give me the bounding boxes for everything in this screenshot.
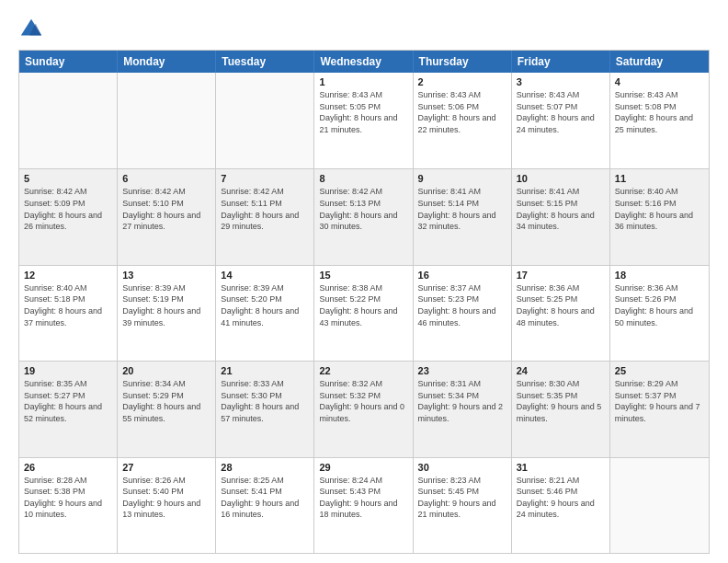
calendar-row: 5Sunrise: 8:42 AM Sunset: 5:09 PM Daylig… xyxy=(19,168,709,264)
header-day: Sunday xyxy=(19,51,118,73)
calendar-cell: 25Sunrise: 8:29 AM Sunset: 5:37 PM Dayli… xyxy=(610,362,709,456)
day-info: Sunrise: 8:43 AM Sunset: 5:07 PM Dayligh… xyxy=(517,89,605,135)
calendar-cell xyxy=(19,73,118,168)
day-info: Sunrise: 8:33 AM Sunset: 5:30 PM Dayligh… xyxy=(221,378,309,424)
day-number: 31 xyxy=(517,462,605,473)
day-info: Sunrise: 8:31 AM Sunset: 5:34 PM Dayligh… xyxy=(418,378,506,424)
day-number: 6 xyxy=(122,173,210,184)
calendar-cell: 14Sunrise: 8:39 AM Sunset: 5:20 PM Dayli… xyxy=(216,266,314,361)
calendar-cell: 30Sunrise: 8:23 AM Sunset: 5:45 PM Dayli… xyxy=(414,458,512,553)
calendar-cell: 16Sunrise: 8:37 AM Sunset: 5:23 PM Dayli… xyxy=(414,266,512,361)
calendar-cell xyxy=(610,458,709,553)
day-info: Sunrise: 8:43 AM Sunset: 5:06 PM Dayligh… xyxy=(418,89,506,135)
day-info: Sunrise: 8:38 AM Sunset: 5:22 PM Dayligh… xyxy=(319,282,407,328)
day-number: 19 xyxy=(24,365,112,376)
header-day: Friday xyxy=(512,51,610,73)
calendar-cell: 26Sunrise: 8:28 AM Sunset: 5:38 PM Dayli… xyxy=(19,458,118,553)
day-info: Sunrise: 8:21 AM Sunset: 5:46 PM Dayligh… xyxy=(517,475,605,521)
day-number: 21 xyxy=(221,365,309,376)
calendar-cell: 4Sunrise: 8:43 AM Sunset: 5:08 PM Daylig… xyxy=(610,73,709,168)
day-number: 4 xyxy=(615,76,704,87)
day-number: 17 xyxy=(517,270,605,281)
calendar-cell: 19Sunrise: 8:35 AM Sunset: 5:27 PM Dayli… xyxy=(19,362,118,456)
day-number: 28 xyxy=(221,462,309,473)
calendar-cell: 11Sunrise: 8:40 AM Sunset: 5:16 PM Dayli… xyxy=(610,169,709,264)
calendar-row: 1Sunrise: 8:43 AM Sunset: 5:05 PM Daylig… xyxy=(19,73,709,168)
calendar-cell: 18Sunrise: 8:36 AM Sunset: 5:26 PM Dayli… xyxy=(610,266,709,361)
day-number: 23 xyxy=(418,365,506,376)
day-number: 1 xyxy=(319,76,407,87)
calendar-cell: 15Sunrise: 8:38 AM Sunset: 5:22 PM Dayli… xyxy=(314,266,413,361)
day-info: Sunrise: 8:42 AM Sunset: 5:10 PM Dayligh… xyxy=(122,186,210,232)
day-number: 13 xyxy=(122,270,210,281)
calendar-row: 26Sunrise: 8:28 AM Sunset: 5:38 PM Dayli… xyxy=(19,457,709,553)
day-info: Sunrise: 8:42 AM Sunset: 5:11 PM Dayligh… xyxy=(221,186,309,232)
calendar-cell: 27Sunrise: 8:26 AM Sunset: 5:40 PM Dayli… xyxy=(118,458,216,553)
calendar-cell: 10Sunrise: 8:41 AM Sunset: 5:15 PM Dayli… xyxy=(512,169,610,264)
day-number: 5 xyxy=(24,173,112,184)
calendar-cell: 1Sunrise: 8:43 AM Sunset: 5:05 PM Daylig… xyxy=(314,73,413,168)
day-info: Sunrise: 8:36 AM Sunset: 5:26 PM Dayligh… xyxy=(615,282,704,328)
day-number: 27 xyxy=(122,462,210,473)
day-number: 12 xyxy=(24,270,112,281)
day-number: 7 xyxy=(221,173,309,184)
header-day: Thursday xyxy=(414,51,512,73)
day-number: 30 xyxy=(418,462,506,473)
calendar-cell: 20Sunrise: 8:34 AM Sunset: 5:29 PM Dayli… xyxy=(118,362,216,456)
day-number: 10 xyxy=(517,173,605,184)
day-info: Sunrise: 8:40 AM Sunset: 5:16 PM Dayligh… xyxy=(615,186,704,232)
calendar-cell: 3Sunrise: 8:43 AM Sunset: 5:07 PM Daylig… xyxy=(512,73,610,168)
day-number: 18 xyxy=(615,270,704,281)
day-info: Sunrise: 8:42 AM Sunset: 5:13 PM Dayligh… xyxy=(319,186,407,232)
day-info: Sunrise: 8:39 AM Sunset: 5:19 PM Dayligh… xyxy=(122,282,210,328)
day-number: 22 xyxy=(319,365,407,376)
header-day: Wednesday xyxy=(314,51,413,73)
calendar-cell: 29Sunrise: 8:24 AM Sunset: 5:43 PM Dayli… xyxy=(314,458,413,553)
header-day: Monday xyxy=(118,51,216,73)
day-info: Sunrise: 8:35 AM Sunset: 5:27 PM Dayligh… xyxy=(24,378,112,424)
calendar-cell: 13Sunrise: 8:39 AM Sunset: 5:19 PM Dayli… xyxy=(118,266,216,361)
day-info: Sunrise: 8:40 AM Sunset: 5:18 PM Dayligh… xyxy=(24,282,112,328)
day-number: 2 xyxy=(418,76,506,87)
day-info: Sunrise: 8:39 AM Sunset: 5:20 PM Dayligh… xyxy=(221,282,309,328)
day-info: Sunrise: 8:23 AM Sunset: 5:45 PM Dayligh… xyxy=(418,475,506,521)
logo-icon xyxy=(18,17,44,42)
day-info: Sunrise: 8:28 AM Sunset: 5:38 PM Dayligh… xyxy=(24,475,112,521)
header xyxy=(18,17,710,42)
calendar-cell: 8Sunrise: 8:42 AM Sunset: 5:13 PM Daylig… xyxy=(314,169,413,264)
day-number: 8 xyxy=(319,173,407,184)
header-day: Tuesday xyxy=(216,51,314,73)
day-number: 9 xyxy=(418,173,506,184)
day-info: Sunrise: 8:43 AM Sunset: 5:05 PM Dayligh… xyxy=(319,89,407,135)
calendar-row: 12Sunrise: 8:40 AM Sunset: 5:18 PM Dayli… xyxy=(19,265,709,361)
calendar-cell: 24Sunrise: 8:30 AM Sunset: 5:35 PM Dayli… xyxy=(512,362,610,456)
day-info: Sunrise: 8:26 AM Sunset: 5:40 PM Dayligh… xyxy=(122,475,210,521)
calendar-cell: 5Sunrise: 8:42 AM Sunset: 5:09 PM Daylig… xyxy=(19,169,118,264)
day-info: Sunrise: 8:25 AM Sunset: 5:41 PM Dayligh… xyxy=(221,475,309,521)
calendar-cell xyxy=(216,73,314,168)
calendar-cell xyxy=(118,73,216,168)
day-info: Sunrise: 8:36 AM Sunset: 5:25 PM Dayligh… xyxy=(517,282,605,328)
day-number: 29 xyxy=(319,462,407,473)
day-number: 16 xyxy=(418,270,506,281)
day-number: 3 xyxy=(517,76,605,87)
day-number: 26 xyxy=(24,462,112,473)
day-number: 20 xyxy=(122,365,210,376)
day-info: Sunrise: 8:43 AM Sunset: 5:08 PM Dayligh… xyxy=(615,89,704,135)
calendar-body: 1Sunrise: 8:43 AM Sunset: 5:05 PM Daylig… xyxy=(19,73,709,553)
calendar-cell: 7Sunrise: 8:42 AM Sunset: 5:11 PM Daylig… xyxy=(216,169,314,264)
day-info: Sunrise: 8:34 AM Sunset: 5:29 PM Dayligh… xyxy=(122,378,210,424)
calendar: SundayMondayTuesdayWednesdayThursdayFrid… xyxy=(18,50,710,554)
calendar-cell: 9Sunrise: 8:41 AM Sunset: 5:14 PM Daylig… xyxy=(414,169,512,264)
calendar-cell: 21Sunrise: 8:33 AM Sunset: 5:30 PM Dayli… xyxy=(216,362,314,456)
day-info: Sunrise: 8:30 AM Sunset: 5:35 PM Dayligh… xyxy=(517,378,605,424)
day-info: Sunrise: 8:29 AM Sunset: 5:37 PM Dayligh… xyxy=(615,378,704,424)
day-number: 14 xyxy=(221,270,309,281)
day-info: Sunrise: 8:32 AM Sunset: 5:32 PM Dayligh… xyxy=(319,378,407,424)
day-number: 24 xyxy=(517,365,605,376)
day-info: Sunrise: 8:42 AM Sunset: 5:09 PM Dayligh… xyxy=(24,186,112,232)
page: SundayMondayTuesdayWednesdayThursdayFrid… xyxy=(0,0,728,563)
logo xyxy=(18,17,48,42)
calendar-cell: 12Sunrise: 8:40 AM Sunset: 5:18 PM Dayli… xyxy=(19,266,118,361)
calendar-cell: 2Sunrise: 8:43 AM Sunset: 5:06 PM Daylig… xyxy=(414,73,512,168)
